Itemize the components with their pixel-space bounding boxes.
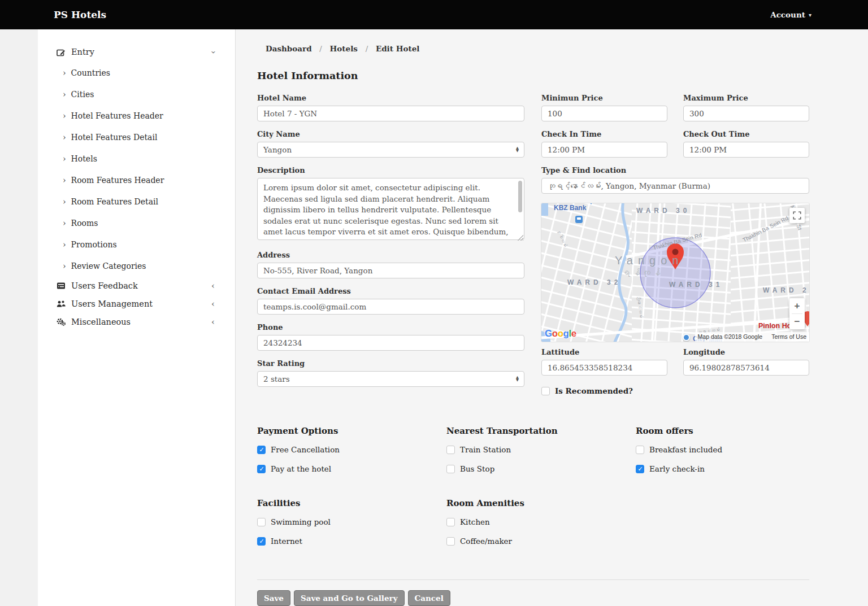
description-field[interactable]: Lorem ipsum dolor sit amet, consectetur …: [257, 178, 524, 240]
save-and-gallery-button[interactable]: Save and Go to Gallery: [294, 590, 405, 606]
terms-of-use-link[interactable]: Terms of Use: [771, 333, 806, 340]
sidebar-item-label: Cities: [71, 90, 94, 99]
section-title: Payment Options: [257, 426, 446, 436]
sidebar-item-room-features-header[interactable]: ›Room Features Header: [38, 169, 235, 191]
checkbox-label[interactable]: Pay at the hotel: [271, 464, 331, 473]
is-recommended-checkbox[interactable]: [541, 387, 550, 395]
checkbox-row-train-station[interactable]: Train Station: [446, 444, 636, 455]
section-title: Room Amenities: [446, 498, 636, 508]
checkbox-label[interactable]: Kitchen: [460, 517, 490, 526]
checkbox[interactable]: [257, 518, 266, 526]
page-title: Hotel Information: [257, 70, 868, 81]
map-label-kbz-bank[interactable]: KBZ Bank: [554, 204, 586, 212]
check-in-field[interactable]: [541, 142, 667, 158]
checkbox-row-free-cancellation[interactable]: Free Cancellation: [257, 444, 446, 455]
checkbox[interactable]: [446, 537, 455, 546]
checkbox-row-bus-stop[interactable]: Bus Stop: [446, 463, 636, 474]
longitude-field[interactable]: [683, 360, 809, 376]
is-recommended-row[interactable]: Is Recommended?: [541, 386, 809, 395]
sidebar-item-rooms[interactable]: ›Rooms: [38, 212, 235, 234]
sidebar-item-hotel-features-header[interactable]: ›Hotel Features Header: [38, 105, 235, 127]
sidebar-item-label: Countries: [71, 68, 110, 77]
zoom-in-button[interactable]: +: [789, 298, 805, 313]
sidebar-item-users-feedback[interactable]: Users Feedback ‹: [38, 277, 235, 295]
checkbox[interactable]: [446, 518, 455, 526]
checkbox-row-coffee-maker[interactable]: Coffee/maker: [446, 535, 636, 547]
map-label-ward31: WARD 31: [669, 281, 723, 289]
transit-station-icon[interactable]: [575, 216, 583, 223]
checkbox-row-breakfast-included[interactable]: Breakfast included: [636, 444, 809, 455]
checkbox-row-internet[interactable]: Internet: [257, 535, 446, 547]
checkbox-label[interactable]: Early check-in: [649, 464, 705, 473]
contact-email-field[interactable]: [257, 299, 524, 315]
star-rating-label: Star Rating: [257, 359, 524, 368]
sidebar-item-label: Promotions: [71, 240, 117, 249]
cancel-button[interactable]: Cancel: [408, 590, 450, 606]
sidebar-item-label: Hotels: [71, 154, 97, 163]
sidebar-item-miscellaneous[interactable]: Miscellaneous ‹: [38, 313, 235, 331]
sidebar-item-hotels[interactable]: ›Hotels: [38, 148, 235, 169]
sidebar-item-room-features-detail[interactable]: ›Room Features Detail: [38, 191, 235, 212]
is-recommended-label[interactable]: Is Recommended?: [555, 386, 633, 395]
checkbox-label[interactable]: Free Cancellation: [271, 445, 340, 454]
fullscreen-button[interactable]: [789, 208, 805, 223]
checkbox[interactable]: [446, 446, 455, 454]
checkbox-row-swimming-pool[interactable]: Swimming pool: [257, 516, 446, 527]
updown-stepper-icon: ▲▼: [516, 376, 519, 382]
sidebar-item-cities[interactable]: ›Cities: [38, 84, 235, 105]
min-price-field[interactable]: [541, 106, 667, 121]
address-field[interactable]: [257, 263, 524, 278]
checkbox-label[interactable]: Coffee/maker: [460, 537, 512, 546]
account-label: Account: [770, 10, 805, 19]
checkbox-row-early-check-in[interactable]: Early check-in: [636, 463, 809, 474]
breadcrumb-separator: /: [319, 44, 322, 53]
star-rating-select[interactable]: 2 stars ▲▼: [257, 371, 524, 387]
check-out-label: Check Out Time: [683, 130, 809, 138]
sidebar-item-hotel-features-detail[interactable]: ›Hotel Features Detail: [38, 127, 235, 148]
sidebar-item-label: Room Features Header: [71, 176, 164, 185]
chevron-left-icon: ‹: [211, 318, 215, 326]
account-dropdown[interactable]: Account ▾: [770, 10, 811, 19]
phone-field[interactable]: [257, 335, 524, 351]
textarea-scrollbar[interactable]: [518, 181, 522, 212]
checkbox-label[interactable]: Bus Stop: [460, 464, 494, 473]
city-select[interactable]: Yangon ▲▼: [257, 142, 524, 158]
sidebar-item-label: Rooms: [71, 219, 98, 228]
save-button[interactable]: Save: [257, 590, 290, 606]
checkbox[interactable]: [636, 465, 644, 473]
check-out-field[interactable]: [683, 142, 809, 158]
form-left-column: Hotel Name City Name Yangon ▲▼ Descripti…: [257, 94, 524, 395]
form-right-column: Minimun Price Maximum Price Check In Tim…: [541, 94, 809, 395]
sidebar-item-entry[interactable]: Entry ›: [38, 42, 235, 62]
checkbox[interactable]: [257, 465, 266, 473]
breadcrumb-hotels[interactable]: Hotels: [330, 44, 358, 53]
location-search-field[interactable]: [541, 178, 809, 194]
checkbox[interactable]: [446, 465, 455, 473]
checkbox-label[interactable]: Swimming pool: [271, 517, 331, 526]
checkbox-label[interactable]: Train Station: [460, 445, 511, 454]
breadcrumb-dashboard[interactable]: Dashboard: [266, 44, 312, 53]
checkbox-label[interactable]: Breakfast included: [649, 445, 722, 454]
checkbox[interactable]: [636, 446, 644, 454]
hotel-name-field[interactable]: [257, 106, 524, 121]
latitude-field[interactable]: [541, 360, 667, 376]
check-in-label: Check In Time: [541, 130, 667, 138]
zoom-out-button[interactable]: −: [789, 314, 805, 329]
sidebar-item-promotions[interactable]: ›Promotions: [38, 234, 235, 255]
sidebar-item-review-categories[interactable]: ›Review Categories: [38, 255, 235, 277]
mall-poi-icon[interactable]: [683, 334, 690, 341]
users-icon: [57, 300, 66, 308]
checkbox[interactable]: [257, 446, 266, 454]
max-price-field[interactable]: [683, 106, 809, 121]
chevron-right-icon: ›: [63, 154, 66, 163]
checkbox[interactable]: [257, 537, 266, 546]
google-map[interactable]: KBZ Bank WARD 30 WARD 32 WARD 31 WARD 28…: [541, 203, 809, 342]
sidebar-item-countries[interactable]: ›Countries: [38, 62, 235, 84]
google-logo[interactable]: Google: [545, 328, 576, 339]
brand-link[interactable]: PS Hotels: [54, 9, 106, 20]
checkbox-label[interactable]: Internet: [271, 537, 302, 546]
sidebar-item-users-management[interactable]: Users Management ‹: [38, 295, 235, 313]
checkbox-row-pay-at-hotel[interactable]: Pay at the hotel: [257, 463, 446, 474]
map-attribution: Map data ©2018 Google Terms of Use: [695, 332, 809, 342]
checkbox-row-kitchen[interactable]: Kitchen: [446, 516, 636, 527]
